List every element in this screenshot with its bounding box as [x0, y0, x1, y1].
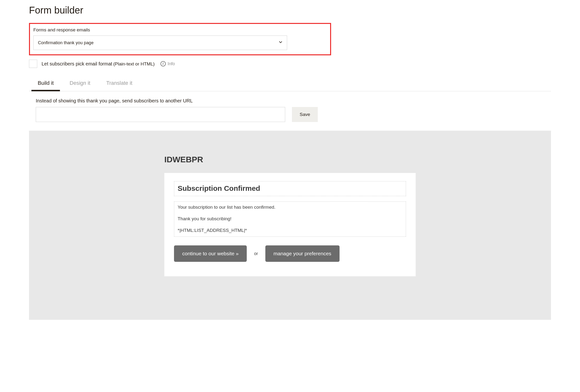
forms-section-label: Forms and response emails: [33, 27, 327, 33]
email-format-label-sub: (Plain-text or HTML): [113, 61, 155, 66]
forms-select-value: Confirmation thank you page: [38, 40, 94, 45]
redirect-url-input[interactable]: [36, 107, 285, 122]
forms-select-wrapper: Confirmation thank you page: [33, 35, 287, 50]
redirect-label: Instead of showing this thank you page, …: [36, 98, 551, 104]
info-group[interactable]: i Info: [160, 61, 175, 66]
forms-section-highlight: Forms and response emails Confirmation t…: [29, 23, 331, 55]
redirect-input-row: Save: [36, 107, 551, 122]
tab-translate-it[interactable]: Translate it: [104, 80, 134, 91]
page-title: Form builder: [29, 5, 551, 16]
confirm-body-line2: Thank you for subscribing!: [178, 216, 402, 221]
email-format-checkbox[interactable]: [29, 60, 37, 68]
preview-area: IDWEBPR Subscription Confirmed Your subs…: [29, 131, 551, 320]
preview-inner: IDWEBPR Subscription Confirmed Your subs…: [164, 155, 416, 276]
confirm-title: Subscription Confirmed: [178, 184, 402, 193]
info-text: Info: [168, 61, 175, 66]
confirm-body-box[interactable]: Your subscription to our list has been c…: [174, 201, 406, 237]
forms-response-select[interactable]: Confirmation thank you page: [33, 35, 287, 50]
email-format-label: Let subscribers pick email format (Plain…: [42, 61, 155, 67]
tabs: Build it Design it Translate it: [29, 80, 551, 91]
email-format-row: Let subscribers pick email format (Plain…: [29, 60, 551, 68]
confirm-title-box[interactable]: Subscription Confirmed: [174, 181, 406, 196]
or-text: or: [254, 251, 258, 256]
preview-card: Subscription Confirmed Your subscription…: [164, 173, 416, 276]
confirm-body-line1: Your subscription to our list has been c…: [178, 204, 402, 210]
preview-button-row: continue to our website » or manage your…: [174, 245, 406, 262]
tab-design-it[interactable]: Design it: [68, 80, 92, 91]
info-icon: i: [160, 61, 166, 66]
email-format-label-main: Let subscribers pick email format: [42, 61, 112, 66]
redirect-section: Instead of showing this thank you page, …: [29, 98, 551, 122]
tab-build-it[interactable]: Build it: [36, 80, 56, 91]
continue-website-button[interactable]: continue to our website »: [174, 245, 247, 262]
confirm-body-line3: *|HTML:LIST_ADDRESS_HTML|*: [178, 228, 402, 233]
manage-preferences-button[interactable]: manage your preferences: [265, 245, 340, 262]
preview-brand: IDWEBPR: [164, 155, 416, 164]
save-button[interactable]: Save: [292, 107, 318, 122]
